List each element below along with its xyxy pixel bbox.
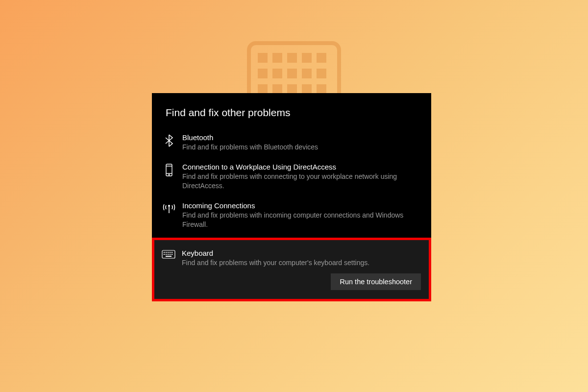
svg-rect-3 bbox=[287, 53, 297, 63]
svg-rect-14 bbox=[302, 84, 312, 94]
svg-rect-5 bbox=[317, 53, 326, 63]
svg-rect-31 bbox=[168, 254, 169, 255]
svg-rect-11 bbox=[258, 84, 268, 94]
item-title: Connection to a Workplace Using DirectAc… bbox=[182, 163, 421, 171]
svg-rect-4 bbox=[302, 53, 312, 63]
svg-rect-9 bbox=[302, 69, 312, 78]
svg-rect-25 bbox=[166, 252, 167, 253]
svg-rect-34 bbox=[166, 256, 172, 257]
svg-rect-33 bbox=[172, 254, 172, 255]
troubleshooter-item-keyboard[interactable]: Keyboard Find and fix problems with your… bbox=[161, 247, 422, 273]
item-title: Keyboard bbox=[182, 249, 422, 257]
svg-rect-29 bbox=[164, 254, 165, 255]
item-desc: Find and fix problems with your computer… bbox=[182, 258, 422, 268]
svg-point-20 bbox=[169, 174, 170, 175]
svg-rect-10 bbox=[317, 69, 326, 78]
svg-rect-15 bbox=[317, 84, 326, 94]
svg-rect-26 bbox=[168, 252, 169, 253]
highlighted-keyboard-section: Keyboard Find and fix problems with your… bbox=[152, 238, 431, 301]
run-troubleshooter-button[interactable]: Run the troubleshooter bbox=[331, 273, 421, 290]
item-title: Bluetooth bbox=[182, 133, 421, 142]
troubleshooter-item-bluetooth[interactable]: Bluetooth Find and fix problems with Blu… bbox=[152, 128, 431, 158]
svg-rect-12 bbox=[272, 84, 282, 94]
item-desc: Find and fix problems with connecting to… bbox=[182, 172, 421, 191]
svg-rect-24 bbox=[164, 252, 165, 253]
bluetooth-icon bbox=[162, 134, 176, 147]
svg-rect-32 bbox=[170, 254, 171, 255]
svg-rect-27 bbox=[170, 252, 171, 253]
svg-rect-7 bbox=[272, 69, 282, 78]
keyboard-icon bbox=[161, 250, 176, 259]
svg-rect-6 bbox=[258, 69, 268, 78]
item-desc: Find and fix problems with Bluetooth dev… bbox=[182, 143, 421, 152]
svg-rect-13 bbox=[287, 84, 297, 94]
svg-point-22 bbox=[169, 205, 170, 206]
svg-rect-28 bbox=[172, 252, 172, 253]
item-desc: Find and fix problems with incoming comp… bbox=[182, 211, 421, 229]
svg-rect-8 bbox=[287, 69, 297, 78]
item-title: Incoming Connections bbox=[182, 201, 421, 210]
svg-rect-1 bbox=[258, 53, 268, 63]
svg-rect-2 bbox=[272, 53, 282, 63]
svg-rect-30 bbox=[166, 254, 167, 255]
phone-icon bbox=[162, 164, 176, 176]
signal-icon bbox=[162, 202, 176, 214]
troubleshooter-item-directaccess[interactable]: Connection to a Workplace Using DirectAc… bbox=[152, 158, 431, 196]
panel-title: Find and fix other problems bbox=[152, 93, 431, 128]
troubleshooter-item-incoming[interactable]: Incoming Connections Find and fix proble… bbox=[152, 196, 431, 235]
troubleshoot-panel: Find and fix other problems Bluetooth Fi… bbox=[152, 93, 431, 301]
